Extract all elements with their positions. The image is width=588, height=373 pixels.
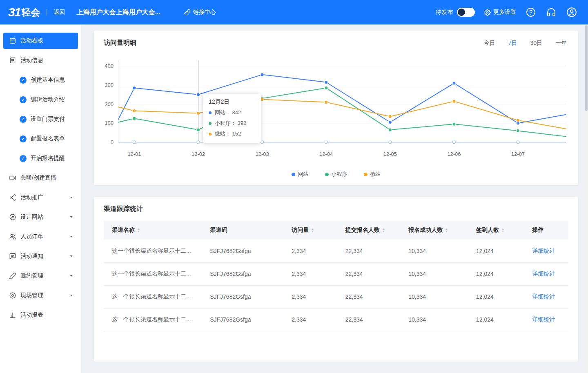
sort-icon[interactable]: ▲▼ (445, 228, 448, 233)
sidebar-item-create-basic-info[interactable]: ✓创建基本信息 (3, 72, 78, 88)
sort-icon[interactable]: ▲▼ (382, 228, 385, 233)
help-button[interactable] (525, 7, 537, 18)
legend-item-微站[interactable]: 微站 (364, 171, 381, 178)
scrollbar-thumb[interactable] (585, 25, 588, 111)
cell-name: 这一个很长渠道名称显示十二... (104, 285, 202, 308)
column-header-渠道名称[interactable]: 渠道名称▲▼ (104, 221, 202, 240)
sidebar-item-onsite[interactable]: 现场管理▼ (3, 287, 78, 304)
sidebar-item-promotion[interactable]: 活动推广▼ (3, 189, 78, 206)
cell-name: 这一个很长渠道名称显示十二... (104, 240, 202, 262)
svg-text:12-05: 12-05 (383, 151, 397, 157)
sidebar-item-label: 设计网站 (20, 213, 43, 221)
column-header-渠道码: 渠道码 (202, 221, 283, 240)
event-title: 上海用户大会上海用户大会... (76, 8, 160, 17)
range-tab-今日[interactable]: 今日 (484, 40, 495, 47)
sort-icon[interactable]: ▲▼ (501, 228, 504, 233)
support-button[interactable] (546, 7, 557, 18)
cell-action: 详细统计 (524, 240, 568, 262)
visits-card-title: 访问量明细 (104, 39, 136, 47)
table-body: 这一个很长渠道名称显示十二...SJFJ7682Gsfga2,33422,334… (104, 240, 568, 331)
cell-visits: 2,334 (283, 285, 337, 308)
sidebar-item-ticket-payment[interactable]: ✓设置门票支付 (3, 111, 78, 127)
detail-stats-link[interactable]: 详细统计 (532, 316, 555, 322)
check-circle-icon: ✓ (20, 77, 27, 84)
tooltip-row: 网站： 342 (209, 109, 255, 116)
column-header-label: 签到人数 (476, 226, 499, 233)
visits-line-chart[interactable]: 010020030040012-0112-0212-0312-0412-0512… (104, 54, 568, 160)
publish-status: 待发布 (436, 8, 475, 17)
chart-area: 010020030040012-0112-0212-0312-0412-0512… (104, 54, 568, 160)
topbar: 31 轻会 返回 上海用户大会上海用户大会... 链接中心 待发布 更多设置 (0, 0, 588, 24)
sidebar-item-registration-reminder[interactable]: ✓开启报名提醒 (3, 150, 78, 167)
cell-checkin: 12,024 (468, 285, 524, 308)
gear-icon (484, 9, 491, 16)
cell-visits: 2,334 (283, 262, 337, 285)
svg-text:12-02: 12-02 (192, 151, 205, 157)
app-logo[interactable]: 31 轻会 (8, 5, 40, 19)
table-row: 这一个很长渠道名称显示十二...SJFJ7682Gsfga2,33422,334… (104, 262, 568, 285)
cell-action: 详细统计 (524, 285, 568, 308)
column-header-提交报名人数[interactable]: 提交报名人数▲▼ (337, 221, 400, 240)
cell-success: 10,334 (400, 285, 468, 308)
sort-icon[interactable]: ▲▼ (137, 228, 140, 233)
publish-toggle[interactable] (457, 8, 475, 17)
range-tab-一年[interactable]: 一年 (555, 40, 567, 47)
cell-code: SJFJ7682Gsfga (202, 285, 283, 308)
sidebar-item-report[interactable]: 活动报表 (3, 307, 78, 323)
tooltip-row: 微站： 152 (209, 130, 255, 138)
legend-dot-icon (364, 173, 368, 176)
sidebar-item-invitation[interactable]: 邀约管理▼ (3, 268, 78, 284)
scrollbar[interactable] (585, 24, 588, 373)
legend-item-网站[interactable]: 网站 (292, 171, 309, 178)
logo-text: 轻会 (21, 6, 40, 19)
cell-checkin: 12,024 (468, 240, 524, 262)
column-header-签到人数[interactable]: 签到人数▲▼ (468, 221, 524, 240)
detail-stats-link[interactable]: 详细统计 (532, 247, 555, 254)
sidebar-item-label: 开启报名提醒 (31, 155, 65, 162)
sidebar-item-activity-info[interactable]: 活动信息 (3, 52, 78, 69)
check-circle-icon: ✓ (20, 155, 27, 162)
message-icon (9, 253, 16, 260)
sidebar-item-edit-activity-intro[interactable]: ✓编辑活动介绍 (3, 91, 78, 108)
check-circle-icon: ✓ (20, 116, 27, 123)
range-tab-7日[interactable]: 7日 (508, 40, 517, 47)
sidebar-item-label: 关联/创建直播 (20, 174, 56, 182)
column-header-报名成功人数[interactable]: 报名成功人数▲▼ (400, 221, 468, 240)
tooltip-row-text: 微站： 152 (215, 130, 241, 138)
back-button[interactable]: 返回 (53, 9, 65, 16)
people-icon (9, 233, 16, 240)
topbar-right: 待发布 更多设置 (436, 7, 577, 18)
range-tab-30日[interactable]: 30日 (530, 40, 542, 47)
cell-submitted: 22,334 (337, 285, 400, 308)
link-center-button[interactable]: 链接中心 (184, 9, 216, 16)
svg-text:400: 400 (105, 63, 114, 69)
channel-stats-title: 渠道跟踪统计 (104, 205, 568, 213)
column-header-访问量[interactable]: 访问量▲▼ (283, 221, 337, 240)
cell-code: SJFJ7682Gsfga (202, 308, 283, 331)
sidebar-item-live-stream[interactable]: 关联/创建直播 (3, 170, 78, 186)
cell-checkin: 12,024 (468, 308, 524, 331)
sidebar-item-notification[interactable]: 活动通知▼ (3, 248, 78, 264)
sidebar-item-website-design[interactable]: 设计网站▼ (3, 209, 78, 225)
sidebar-item-orders[interactable]: 人员订单▼ (3, 229, 78, 245)
more-settings-button[interactable]: 更多设置 (484, 9, 516, 16)
visits-card: 访问量明细 今日7日30日一年 010020030040012-0112-021… (94, 31, 578, 185)
sidebar-item-label: 设置门票支付 (31, 115, 65, 123)
detail-stats-link[interactable]: 详细统计 (532, 293, 555, 300)
chevron-down-icon: ▼ (69, 235, 73, 238)
sidebar-item-label: 活动报表 (20, 311, 43, 319)
avatar[interactable] (566, 7, 577, 18)
cell-submitted: 22,334 (337, 308, 400, 331)
sidebar-item-dashboard[interactable]: 活动看板 (3, 33, 78, 49)
chevron-down-icon: ▼ (69, 255, 73, 258)
board-icon (9, 37, 16, 44)
range-tabs: 今日7日30日一年 (484, 40, 568, 47)
column-header-操作: 操作 (524, 221, 568, 240)
legend-dot-icon (325, 173, 329, 176)
sidebar-item-label: 人员订单 (20, 233, 43, 240)
cell-visits: 2,334 (283, 240, 337, 262)
legend-item-小程序[interactable]: 小程序 (325, 171, 347, 178)
sort-icon[interactable]: ▲▼ (311, 228, 314, 233)
sidebar-item-registration-form[interactable]: ✓配置报名表单 (3, 131, 78, 147)
detail-stats-link[interactable]: 详细统计 (532, 270, 555, 277)
